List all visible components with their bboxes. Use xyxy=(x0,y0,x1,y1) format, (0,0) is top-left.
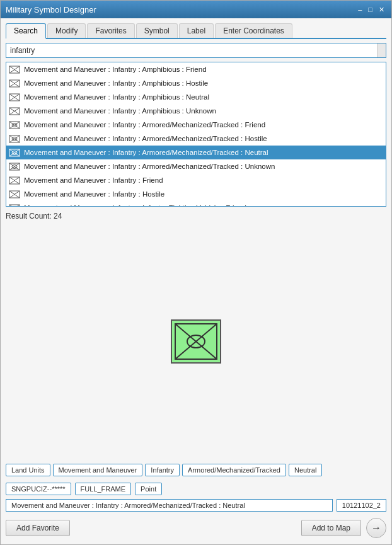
result-item-icon xyxy=(9,162,21,171)
result-item[interactable]: Movement and Maneuver : Infantry : Frien… xyxy=(6,173,386,187)
tab-label[interactable]: Label xyxy=(179,23,214,38)
result-item-icon xyxy=(9,134,21,143)
tab-search[interactable]: Search xyxy=(6,23,46,39)
result-item-text: Movement and Maneuver : Infantry : Amphi… xyxy=(24,66,207,73)
results-list[interactable]: Movement and Maneuver : Infantry : Amphi… xyxy=(6,62,386,207)
arrow-button[interactable]: → xyxy=(366,518,386,538)
info-row: SNGPUCIZ--*****FULL_FRAMEPoint xyxy=(6,483,386,495)
tab-enter-coordinates[interactable]: Enter Coordinates xyxy=(215,23,292,38)
content-area: Search Modify Favorites Symbol Label Ent… xyxy=(1,18,391,544)
preview-area xyxy=(6,226,386,457)
window-title: Military Symbol Designer xyxy=(6,5,96,14)
symbol-svg xyxy=(174,323,218,360)
result-item-text: Movement and Maneuver : Infantry : Infan… xyxy=(24,204,246,207)
result-item[interactable]: Movement and Maneuver : Infantry : Infan… xyxy=(6,201,386,207)
tag: Land Units xyxy=(6,464,50,476)
tag: Armored/Mechanized/Tracked xyxy=(182,464,286,476)
result-item-icon xyxy=(9,120,21,129)
result-count: Result Count: 24 xyxy=(6,210,386,222)
tab-symbol[interactable]: Symbol xyxy=(136,23,178,38)
result-item-text: Movement and Maneuver : Infantry : Armor… xyxy=(24,121,265,129)
svg-point-37 xyxy=(12,206,17,207)
result-item-icon xyxy=(9,93,21,101)
result-item[interactable]: Movement and Maneuver : Infantry : Armor… xyxy=(6,159,386,173)
result-item[interactable]: Movement and Maneuver : Infantry : Armor… xyxy=(6,118,386,132)
result-item[interactable]: Movement and Maneuver : Infantry : Amphi… xyxy=(6,76,386,90)
main-window: Military Symbol Designer – □ ✕ Search Mo… xyxy=(0,0,392,545)
result-item-icon xyxy=(9,204,21,207)
result-item-text: Movement and Maneuver : Infantry : Amphi… xyxy=(24,79,208,87)
result-item-icon xyxy=(9,65,21,74)
result-item[interactable]: Movement and Maneuver : Infantry : Amphi… xyxy=(6,104,386,118)
result-item-text: Movement and Maneuver : Infantry : Armor… xyxy=(24,163,275,170)
result-item-icon xyxy=(9,79,21,88)
info-tag: Point xyxy=(135,483,162,495)
add-to-map-button[interactable]: Add to Map xyxy=(301,520,361,536)
path-label: Movement and Maneuver : Infantry : Armor… xyxy=(6,499,333,512)
result-item-icon xyxy=(9,176,21,185)
title-bar: Military Symbol Designer – □ ✕ xyxy=(1,1,391,18)
minimize-button[interactable]: – xyxy=(356,6,364,13)
search-input[interactable] xyxy=(6,43,377,57)
close-button[interactable]: ✕ xyxy=(377,6,386,13)
path-code-row: Movement and Maneuver : Infantry : Armor… xyxy=(6,499,386,512)
code-tag: 10121102_2 xyxy=(337,499,386,512)
tag: Movement and Maneuver xyxy=(53,464,143,476)
result-item[interactable]: Movement and Maneuver : Infantry : Armor… xyxy=(6,146,386,159)
add-favorite-button[interactable]: Add Favorite xyxy=(6,520,70,536)
bottom-buttons: Add Favorite Add to Map → xyxy=(6,515,386,539)
result-item-text: Movement and Maneuver : Infantry : Hosti… xyxy=(24,190,164,198)
tags-area: Land UnitsMovement and ManeuverInfantryA… xyxy=(6,461,386,479)
result-item-text: Movement and Maneuver : Infantry : Armor… xyxy=(24,149,268,156)
result-item-text: Movement and Maneuver : Infantry : Frien… xyxy=(24,176,163,184)
window-controls: – □ ✕ xyxy=(356,6,386,13)
tab-modify[interactable]: Modify xyxy=(47,23,86,38)
info-tag: SNGPUCIZ--***** xyxy=(6,483,71,495)
tab-favorites[interactable]: Favorites xyxy=(87,23,134,38)
result-item[interactable]: Movement and Maneuver : Infantry : Armor… xyxy=(6,132,386,146)
result-item[interactable]: Movement and Maneuver : Infantry : Amphi… xyxy=(6,62,386,76)
result-item-text: Movement and Maneuver : Infantry : Amphi… xyxy=(24,107,216,115)
result-item-icon xyxy=(9,106,21,115)
maximize-button[interactable]: □ xyxy=(366,6,374,13)
tabs-bar: Search Modify Favorites Symbol Label Ent… xyxy=(6,23,386,39)
info-tag: FULL_FRAME xyxy=(75,483,132,495)
result-item-text: Movement and Maneuver : Infantry : Armor… xyxy=(24,135,267,142)
result-item-icon xyxy=(9,190,21,198)
result-item[interactable]: Movement and Maneuver : Infantry : Amphi… xyxy=(6,90,386,104)
result-item[interactable]: Movement and Maneuver : Infantry : Hosti… xyxy=(6,187,386,201)
search-scrollbar xyxy=(377,43,386,57)
tag: Neutral xyxy=(289,464,322,476)
symbol-preview xyxy=(171,319,221,364)
tag: Infantry xyxy=(145,464,180,476)
result-item-text: Movement and Maneuver : Infantry : Amphi… xyxy=(24,93,209,101)
result-item-icon xyxy=(9,148,21,157)
search-input-container xyxy=(6,43,386,58)
